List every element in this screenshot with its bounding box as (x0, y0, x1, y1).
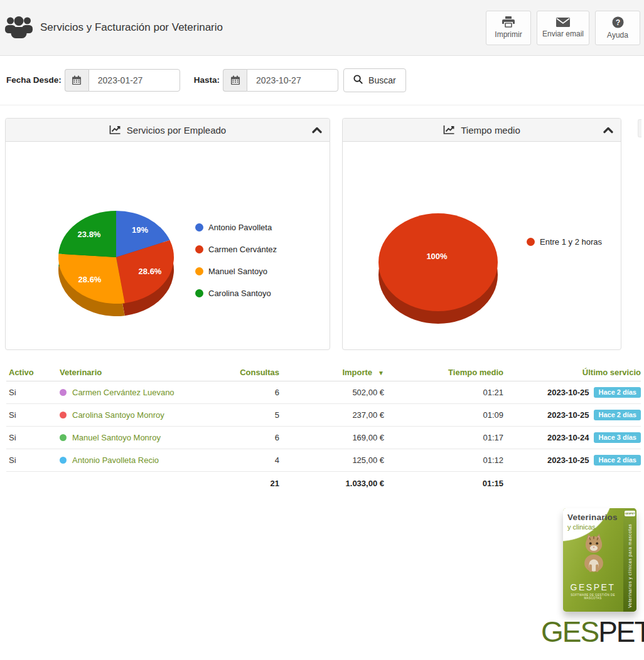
pie-slice-label: 23.8% (78, 230, 101, 239)
legend-label: Antonio Pavolleta (208, 223, 272, 232)
col-header-tiempo-medio[interactable]: Tiempo medio (384, 368, 503, 377)
veterinarian-color-dot (60, 434, 67, 441)
print-button-label: Imprimir (495, 30, 522, 39)
consultas-cell: 6 (210, 433, 279, 442)
send-email-button[interactable]: Enviar email (537, 11, 589, 45)
panel-tiempo-medio: Tiempo medio 100% Entre 1 y 2 horas (342, 118, 621, 350)
envelope-icon (556, 18, 570, 27)
services-chart-area: 19% 28.6% 28.6% 23.8% Antonio Pavolleta … (6, 142, 330, 349)
col-header-consultas[interactable]: Consultas (210, 368, 279, 377)
calendar-icon[interactable] (65, 69, 89, 92)
search-button[interactable]: Buscar (343, 68, 406, 92)
topbar: Servicios y Facturación por Veterinario … (0, 0, 644, 56)
table-header-row: Activo Veterinario Consultas Importe▼ Ti… (6, 364, 641, 381)
printer-icon (502, 16, 515, 28)
help-button[interactable]: ? Ayuda (595, 11, 640, 45)
pie-slice-label: 19% (132, 225, 148, 235)
date-from-input[interactable] (89, 69, 180, 92)
pie-slice-label: 100% (426, 252, 447, 261)
tiempo-medio-cell: 01:17 (384, 433, 503, 442)
date-to-group (223, 69, 338, 92)
legend-item: Carolina Santoyo (195, 289, 277, 297)
importe-cell: 502,00 € (279, 388, 384, 397)
col-header-ultimo-servicio[interactable]: Último servicio (503, 368, 641, 377)
filters-bar: Fecha Desde: Hasta: (0, 55, 644, 105)
total-consultas: 21 (210, 479, 279, 488)
date-from-label: Fecha Desde: (6, 75, 62, 85)
importe-cell: 125,00 € (279, 455, 384, 465)
legend-label: Manuel Santoyo (208, 267, 267, 276)
table-totals-row: 21 1.033,00 € 01:15 (6, 472, 641, 494)
legend-dot (195, 267, 203, 275)
help-button-label: Ayuda (607, 31, 628, 40)
box-tagline: SOFTWARE DE GESTIÓN DE MASCOTAS (563, 593, 623, 600)
sort-desc-icon: ▼ (378, 370, 384, 376)
last-service-date: 2023-10-25 (547, 388, 589, 397)
panel-title: Tiempo medio (461, 125, 520, 136)
calendar-icon[interactable] (223, 69, 247, 92)
send-email-button-label: Enviar email (542, 29, 584, 38)
chart-line-icon (443, 125, 455, 135)
box-spine: GESPET Veterinarios y clínicas para masc… (623, 508, 636, 612)
total-importe: 1.033,00 € (279, 479, 384, 488)
days-ago-badge: Hace 2 días (594, 410, 641, 420)
last-service-date: 2023-10-25 (547, 455, 589, 465)
ultimo-servicio-cell: 2023-10-25 Hace 2 días (503, 410, 641, 420)
veterinarian-link[interactable]: Manuel Santoyo Monroy (72, 433, 161, 442)
panel-servicios-header[interactable]: Servicios por Empleado (6, 119, 330, 142)
box-brand: GESPET (563, 582, 623, 592)
search-icon (353, 75, 363, 86)
consultas-cell: 6 (210, 388, 279, 397)
legend-label: Carmen Cervántez (208, 245, 277, 254)
table-row: Si Carmen Cervántez Luevano 6 502,00 € 0… (6, 381, 641, 404)
gespet-logo-pet: PET (598, 615, 644, 648)
gespet-product-box: Veterinarios y clinicas GESPET SOFTWAR (563, 508, 636, 612)
importe-cell: 169,00 € (279, 433, 384, 442)
time-legend: Entre 1 y 2 horas (527, 237, 602, 246)
spine-brand: GESPET (625, 511, 635, 516)
print-button[interactable]: Imprimir (486, 11, 531, 45)
legend-label: Carolina Santoyo (208, 289, 271, 298)
gespet-logo: GESPET (541, 617, 644, 646)
pie-slice-label: 28.6% (139, 267, 162, 276)
days-ago-badge: Hace 2 días (594, 455, 641, 466)
activo-cell: Si (6, 433, 57, 442)
consultas-cell: 5 (210, 410, 279, 420)
collapse-caret-icon[interactable] (312, 125, 322, 136)
veterinarian-link[interactable]: Antonio Pavolleta Recio (72, 455, 159, 465)
question-circle-icon: ? (612, 16, 624, 28)
time-chart-area: 100% Entre 1 y 2 horas (343, 142, 621, 349)
ultimo-servicio-cell: 2023-10-25 Hace 2 días (503, 387, 641, 398)
table-row: Si Antonio Pavolleta Recio 4 125,00 € 01… (6, 449, 641, 472)
tiempo-medio-cell: 01:21 (384, 388, 503, 397)
days-ago-badge: Hace 2 días (594, 387, 641, 398)
panel-tiempo-header[interactable]: Tiempo medio (343, 119, 621, 142)
veterinarian-link[interactable]: Carolina Santoyo Monroy (72, 410, 164, 420)
spine-text: Veterinarios y clínicas para mascotas (623, 522, 636, 609)
veterinarian-link[interactable]: Carmen Cervántez Luevano (72, 388, 174, 397)
time-pie-chart (366, 200, 510, 328)
legend-item: Antonio Pavolleta (195, 223, 277, 232)
services-legend: Antonio Pavolleta Carmen Cervántez Manue… (195, 223, 277, 297)
veterinarian-color-dot (60, 389, 67, 396)
veterinario-cell: Antonio Pavolleta Recio (57, 455, 210, 465)
services-pie-chart (44, 194, 188, 326)
date-to-input[interactable] (247, 69, 338, 92)
panel-title: Servicios por Empleado (127, 125, 226, 136)
page: Servicios y Facturación por Veterinario … (0, 0, 644, 660)
chart-line-icon (109, 125, 121, 135)
tiempo-medio-cell: 01:09 (384, 410, 503, 420)
col-header-importe[interactable]: Importe▼ (279, 368, 384, 377)
col-header-veterinario[interactable]: Veterinario (57, 368, 210, 377)
legend-item: Manuel Santoyo (195, 267, 277, 275)
date-to-label: Hasta: (194, 75, 220, 85)
col-header-activo[interactable]: Activo (6, 368, 57, 377)
activo-cell: Si (6, 388, 57, 397)
gespet-logo-ges: GES (541, 615, 598, 648)
page-title: Servicios y Facturación por Veterinario (40, 21, 223, 34)
users-group-icon (5, 15, 33, 40)
total-tiempo-medio: 01:15 (384, 479, 503, 488)
collapse-caret-icon[interactable] (603, 125, 613, 136)
ultimo-servicio-cell: 2023-10-25 Hace 2 días (503, 455, 641, 466)
legend-label: Entre 1 y 2 horas (540, 237, 602, 247)
